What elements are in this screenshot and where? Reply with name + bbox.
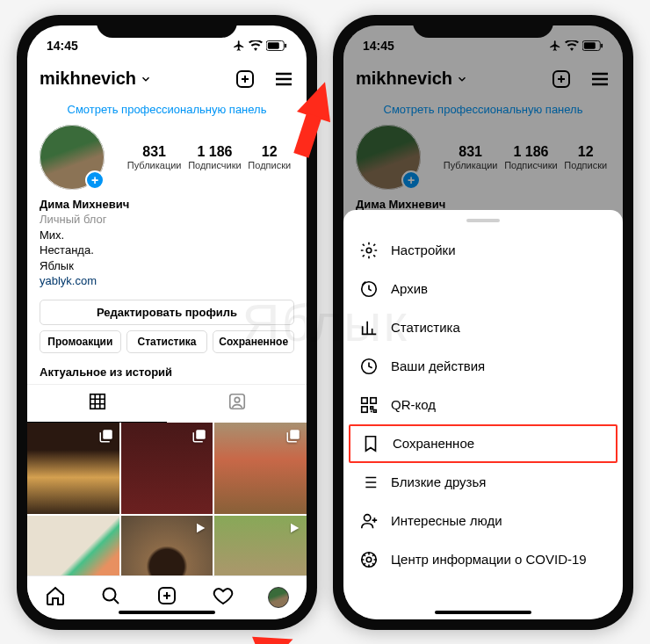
- profile-header: mikhnevich: [27, 61, 307, 98]
- post-thumbnail[interactable]: [214, 423, 307, 515]
- stats-icon: [359, 318, 379, 337]
- pro-dashboard-link[interactable]: Смотреть профессиональную панель: [27, 98, 307, 125]
- bio: Дима Михневич Личный блог Мих. Нестанда.…: [27, 190, 307, 291]
- svg-rect-5: [229, 394, 244, 409]
- search-tab[interactable]: [100, 585, 121, 610]
- add-person-icon: [359, 511, 379, 531]
- avatar[interactable]: +: [40, 125, 105, 190]
- following-stat[interactable]: 12 Подписки: [248, 144, 291, 170]
- add-story-badge[interactable]: +: [85, 170, 105, 190]
- phone-left: 14:45 mikhnevich: [17, 15, 317, 630]
- posts-grid: [27, 423, 307, 575]
- archive-icon: [359, 279, 379, 299]
- posts-stat[interactable]: 831 Публикации: [127, 144, 182, 170]
- svg-rect-8: [197, 430, 206, 439]
- carousel-icon: [191, 428, 207, 444]
- activity-icon: [359, 357, 379, 376]
- highlights-title: Актуальное из историй: [27, 353, 307, 384]
- promotions-button[interactable]: Промоакции: [40, 330, 121, 353]
- display-name: Дима Михневич: [40, 197, 294, 213]
- svg-point-22: [365, 514, 371, 520]
- menu-activity[interactable]: Ваши действия: [343, 347, 623, 386]
- menu-saved[interactable]: Сохраненное: [349, 424, 618, 463]
- post-thumbnail[interactable]: [121, 423, 213, 515]
- home-indicator[interactable]: [119, 611, 215, 614]
- activity-tab[interactable]: [213, 585, 234, 610]
- wifi-icon: [249, 40, 263, 51]
- info-icon: [359, 550, 379, 569]
- home-indicator[interactable]: [435, 611, 531, 614]
- grid-tab[interactable]: [27, 385, 167, 423]
- menu-archive[interactable]: Архив: [343, 270, 623, 308]
- menu-discover[interactable]: Интересные люди: [343, 502, 623, 540]
- post-thumbnail[interactable]: [214, 516, 307, 575]
- list-icon: [359, 473, 379, 492]
- profile-tab[interactable]: [268, 587, 289, 608]
- menu-sheet: Настройки Архив Статистика Ваши действия…: [343, 210, 623, 619]
- saved-button[interactable]: Сохраненное: [213, 330, 294, 353]
- status-time: 14:45: [47, 39, 78, 53]
- svg-rect-19: [362, 397, 367, 402]
- svg-point-16: [366, 248, 372, 253]
- bookmark-icon: [361, 434, 380, 453]
- home-tab[interactable]: [45, 585, 66, 610]
- edit-profile-button[interactable]: Редактировать профиль: [40, 300, 294, 325]
- svg-rect-2: [285, 43, 286, 47]
- category: Личный блог: [40, 212, 294, 228]
- menu-settings[interactable]: Настройки: [343, 231, 623, 270]
- menu-qr[interactable]: QR-код: [343, 386, 623, 424]
- insights-button[interactable]: Статистика: [126, 330, 208, 353]
- menu-button[interactable]: [273, 69, 294, 90]
- svg-rect-1: [268, 42, 279, 48]
- post-thumbnail[interactable]: [27, 423, 119, 515]
- carousel-icon: [285, 428, 301, 444]
- gear-icon: [359, 241, 379, 260]
- video-icon: [193, 521, 207, 535]
- bio-link[interactable]: yablyk.com: [40, 273, 294, 289]
- menu-covid[interactable]: Центр информации о COVID-19: [343, 540, 623, 579]
- menu-insights[interactable]: Статистика: [343, 308, 623, 347]
- svg-rect-20: [371, 397, 376, 402]
- username-dropdown[interactable]: mikhnevich: [40, 69, 152, 89]
- notch: [413, 15, 553, 38]
- qr-icon: [359, 395, 379, 415]
- chevron-down-icon: [140, 73, 152, 85]
- notch: [97, 15, 237, 38]
- carousel-icon: [98, 428, 114, 444]
- menu-close-friends[interactable]: Близкие друзья: [343, 463, 623, 502]
- battery-icon: [266, 40, 287, 51]
- video-icon: [287, 521, 301, 535]
- svg-rect-9: [290, 430, 300, 439]
- svg-point-10: [104, 589, 116, 601]
- post-thumbnail[interactable]: [121, 516, 213, 575]
- phone-right: 14:45 mikhnevich: [333, 15, 633, 630]
- svg-rect-4: [90, 394, 105, 409]
- svg-rect-7: [103, 430, 112, 439]
- create-tab[interactable]: [156, 585, 177, 610]
- svg-rect-21: [362, 406, 367, 411]
- airplane-icon: [233, 40, 245, 52]
- svg-point-6: [235, 397, 240, 402]
- post-thumbnail[interactable]: [27, 516, 119, 575]
- svg-point-24: [366, 557, 372, 562]
- followers-stat[interactable]: 1 186 Подписчики: [188, 144, 242, 170]
- tagged-tab[interactable]: [167, 385, 307, 423]
- username-text: mikhnevich: [40, 69, 136, 89]
- sheet-handle[interactable]: [466, 219, 500, 222]
- create-post-button[interactable]: [235, 69, 256, 90]
